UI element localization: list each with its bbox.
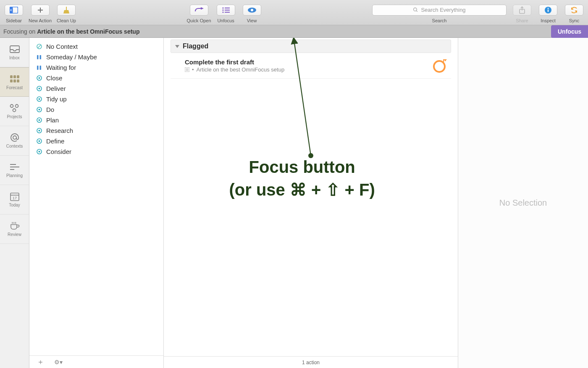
toolbar-label: Unfocus xyxy=(217,18,234,23)
share-button: Share xyxy=(511,2,533,23)
perspective-planning[interactable]: Planning xyxy=(0,156,29,185)
unfocus-button[interactable]: Unfocus xyxy=(551,25,588,38)
perspective-label: Inbox xyxy=(9,56,19,60)
context-item[interactable]: Research xyxy=(29,125,163,136)
add-icon[interactable]: ＋ xyxy=(37,357,44,367)
context-status-icon xyxy=(36,75,42,81)
toolbar-label: Sidebar xyxy=(6,18,22,23)
context-status-icon xyxy=(36,128,42,134)
flag-status-icon[interactable] xyxy=(431,57,448,74)
info-icon xyxy=(539,5,557,16)
view-button[interactable]: View xyxy=(241,2,263,23)
context-label: Tidy up xyxy=(46,95,67,103)
context-label: No Context xyxy=(46,43,78,50)
toolbar-label: Clean Up xyxy=(57,18,76,23)
svg-point-31 xyxy=(15,105,18,108)
context-item[interactable]: Define xyxy=(29,136,163,146)
svg-rect-45 xyxy=(40,66,42,70)
task-project: Article on the best OmniFocus setup xyxy=(197,66,285,73)
context-status-icon xyxy=(36,117,42,123)
sync-icon xyxy=(565,5,583,16)
perspective-review[interactable]: Review xyxy=(0,214,29,244)
cup-icon xyxy=(9,221,21,230)
context-status-icon xyxy=(36,86,42,92)
svg-point-55 xyxy=(38,119,40,121)
context-item[interactable]: Plan xyxy=(29,115,163,125)
cleanup-button[interactable]: Clean Up xyxy=(55,2,78,23)
perspective-inbox[interactable]: Inbox xyxy=(0,38,29,67)
svg-point-12 xyxy=(222,11,223,13)
calendar-icon: 17 xyxy=(9,192,21,201)
svg-rect-44 xyxy=(37,66,39,70)
sidebar-icon xyxy=(5,5,23,16)
project-icon xyxy=(185,67,189,72)
context-item[interactable]: Tidy up xyxy=(29,94,163,104)
sync-button[interactable]: Sync xyxy=(563,2,585,23)
context-status-icon xyxy=(36,54,42,60)
svg-marker-7 xyxy=(201,7,204,10)
toolbar-label: Quick Open xyxy=(186,18,211,23)
context-item[interactable]: Someday / Maybe xyxy=(29,52,163,62)
context-label: Deliver xyxy=(46,85,66,92)
search-input[interactable]: Search Everything xyxy=(372,5,507,16)
context-item[interactable]: Consider xyxy=(29,146,163,157)
svg-marker-62 xyxy=(175,45,179,48)
broom-icon xyxy=(57,5,76,16)
context-list: No ContextSomeday / MaybeWaiting forClos… xyxy=(29,38,164,368)
svg-rect-5 xyxy=(66,7,67,10)
disclosure-triangle-icon[interactable] xyxy=(175,44,179,48)
svg-point-49 xyxy=(38,88,40,90)
svg-marker-6 xyxy=(63,10,69,13)
toolbar-label: Inspect xyxy=(541,18,555,23)
perspective-label: Projects xyxy=(7,114,22,119)
svg-rect-26 xyxy=(13,75,16,78)
svg-point-61 xyxy=(38,151,40,153)
context-status-icon xyxy=(36,65,42,71)
svg-rect-24 xyxy=(10,75,13,78)
svg-rect-43 xyxy=(40,55,42,59)
context-item[interactable]: Waiting for xyxy=(29,62,163,73)
unfocus-button[interactable]: Unfocus xyxy=(215,2,237,23)
svg-point-30 xyxy=(10,105,13,108)
quickopen-button[interactable]: Quick Open xyxy=(186,2,211,23)
perspective-projects[interactable]: Projects xyxy=(0,97,29,126)
context-label: Waiting for xyxy=(46,64,76,71)
search-container: Search Everything Search xyxy=(372,2,507,23)
inspector-panel: No Selection xyxy=(458,38,588,368)
svg-point-59 xyxy=(38,140,40,142)
group-header[interactable]: Flagged xyxy=(171,40,451,53)
perspective-label: Today xyxy=(9,203,20,207)
svg-point-51 xyxy=(38,98,40,100)
perspective-label: Review xyxy=(8,232,21,237)
svg-rect-22 xyxy=(548,9,549,12)
perspective-contexts[interactable]: Contexts xyxy=(0,126,29,156)
sidebar-button[interactable]: Sidebar xyxy=(3,2,25,23)
newaction-button[interactable]: New Action xyxy=(29,2,52,23)
svg-point-53 xyxy=(38,109,40,111)
main-outline: Flagged Complete the first draft • Artic… xyxy=(164,38,458,368)
svg-point-71 xyxy=(308,153,313,158)
svg-point-21 xyxy=(548,8,549,9)
context-label: Research xyxy=(46,127,73,134)
context-item[interactable]: Deliver xyxy=(29,83,163,94)
svg-point-15 xyxy=(251,9,253,11)
svg-point-33 xyxy=(13,136,16,139)
search-label: Search xyxy=(432,18,447,23)
inspect-button[interactable]: Inspect xyxy=(537,2,559,23)
svg-rect-25 xyxy=(10,79,13,82)
task-row[interactable]: Complete the first draft • Article on th… xyxy=(171,53,451,79)
perspective-today[interactable]: 17Today xyxy=(0,185,29,214)
svg-point-8 xyxy=(222,7,223,8)
svg-line-41 xyxy=(37,45,41,48)
toolbar: SidebarNew ActionClean Up Quick OpenUnfo… xyxy=(0,0,588,25)
search-placeholder: Search Everything xyxy=(421,7,465,13)
context-status-icon xyxy=(36,149,42,155)
context-item[interactable]: Do xyxy=(29,104,163,115)
svg-point-10 xyxy=(222,9,223,11)
context-item[interactable]: Close xyxy=(29,73,163,83)
gear-icon[interactable]: ⚙︎▾ xyxy=(54,359,63,365)
context-label: Do xyxy=(46,106,54,113)
context-item[interactable]: No Context xyxy=(29,41,163,52)
perspective-forecast[interactable]: Forecast xyxy=(0,67,29,97)
inspector-placeholder: No Selection xyxy=(499,198,547,208)
